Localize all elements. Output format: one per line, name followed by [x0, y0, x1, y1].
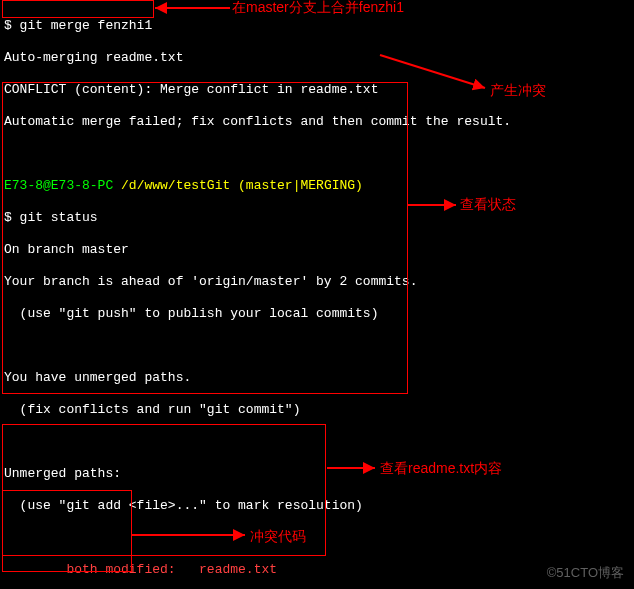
output-line: (use "git push" to publish your local co… [4, 306, 630, 322]
output-line: (fix conflicts and run "git commit") [4, 402, 630, 418]
blank-line [4, 530, 630, 546]
cmd-git-status[interactable]: $ git status [4, 210, 630, 226]
terminal-output: $ git merge fenzhi1 Auto-merging readme.… [0, 0, 634, 589]
prompt-path: /d/www/testGit [121, 178, 230, 193]
output-line: You have unmerged paths. [4, 370, 630, 386]
output-line: Unmerged paths: [4, 466, 630, 482]
output-line: On branch master [4, 242, 630, 258]
blank-line [4, 146, 630, 162]
prompt-branch: (master|MERGING) [238, 178, 363, 193]
output-line: CONFLICT (content): Merge conflict in re… [4, 82, 630, 98]
blank-line [4, 434, 630, 450]
output-line: Auto-merging readme.txt [4, 50, 630, 66]
output-line: Your branch is ahead of 'origin/master' … [4, 274, 630, 290]
prompt-user-host: E73-8@E73-8-PC [4, 178, 113, 193]
output-both-modified: both modified: readme.txt [4, 562, 630, 578]
prompt-line: E73-8@E73-8-PC /d/www/testGit (master|ME… [4, 178, 630, 194]
cmd-git-merge[interactable]: $ git merge fenzhi1 [4, 18, 630, 34]
blank-line [4, 338, 630, 354]
output-line: Automatic merge failed; fix conflicts an… [4, 114, 630, 130]
output-line: (use "git add <file>..." to mark resolut… [4, 498, 630, 514]
watermark: ©51CTO博客 [547, 565, 624, 581]
